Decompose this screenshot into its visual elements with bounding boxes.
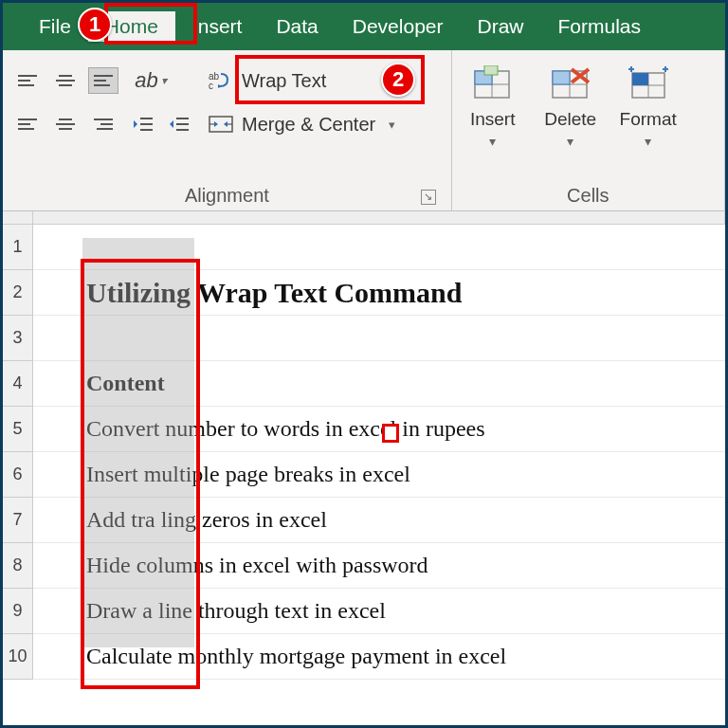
callout-2: 2	[381, 63, 415, 97]
merge-center-label: Merge & Center	[242, 114, 375, 136]
cell-text: Insert multiple page breaks in excel	[37, 462, 410, 487]
align-left-button[interactable]	[12, 111, 43, 137]
row-header[interactable]: 7	[3, 498, 33, 543]
format-label: Format	[620, 109, 677, 130]
insert-label: Insert	[470, 109, 516, 130]
cell-text: Calculate monthly mortgage payment in ex…	[37, 644, 506, 669]
row-header[interactable]: 1	[3, 225, 33, 270]
chevron-down-icon: ▾	[645, 134, 651, 149]
svg-text:c: c	[209, 81, 213, 91]
align-top-button[interactable]	[12, 67, 43, 94]
ribbon: ab▾ abc Wrap Text	[3, 50, 725, 211]
align-center-button[interactable]	[50, 111, 81, 137]
group-cells: Insert ▾ Delete ▾ Format ▾ Cells	[452, 50, 725, 210]
format-cells-button[interactable]: Format ▾	[617, 64, 680, 149]
delete-label: Delete	[544, 109, 596, 130]
callout-1: 1	[78, 8, 112, 42]
group-label-alignment: Alignment ↘	[12, 181, 442, 207]
wrap-text-label: Wrap Text	[242, 70, 326, 92]
wrap-text-button[interactable]: abc Wrap Text	[204, 65, 405, 96]
row-header[interactable]: 4	[3, 361, 33, 407]
format-cells-icon	[625, 64, 672, 105]
increase-indent-button[interactable]	[164, 111, 194, 137]
orientation-button[interactable]: ab▾	[128, 67, 173, 94]
insert-cells-button[interactable]: Insert ▾	[462, 64, 524, 149]
align-middle-button[interactable]	[50, 67, 81, 94]
delete-cells-button[interactable]: Delete ▾	[539, 64, 602, 149]
cell-text: Draw a line through text in excel	[37, 598, 386, 624]
decrease-indent-button[interactable]	[128, 111, 158, 137]
spreadsheet-grid[interactable]: 1 2Utilizing Wrap Text Command 3 4Conten…	[3, 211, 725, 680]
row-header[interactable]: 5	[3, 407, 33, 452]
tab-developer[interactable]: Developer	[336, 11, 461, 42]
merge-center-button[interactable]: Merge & Center ▾	[204, 109, 405, 139]
tab-draw[interactable]: Draw	[461, 11, 541, 42]
cell-text: Content	[37, 371, 165, 396]
svg-rect-23	[632, 73, 648, 85]
annotation-cursor	[382, 424, 399, 443]
chevron-down-icon: ▾	[567, 134, 573, 149]
insert-cells-icon	[469, 64, 517, 105]
chevron-down-icon: ▾	[489, 134, 496, 149]
tab-data[interactable]: Data	[259, 11, 335, 42]
row-header[interactable]: 8	[3, 543, 33, 589]
wrap-text-icon: abc	[208, 69, 234, 92]
column-headers	[3, 211, 725, 225]
row-header[interactable]: 6	[3, 452, 33, 498]
chevron-down-icon: ▾	[389, 118, 395, 132]
row-header[interactable]: 3	[3, 316, 33, 361]
svg-rect-19	[553, 71, 570, 84]
align-right-button[interactable]	[88, 111, 118, 137]
cell-text: Add tra ling zeros in excel	[37, 507, 327, 533]
cell-text: Hide columns in excel with password	[37, 553, 428, 578]
cell-text: Convert number to words in excel in rupe…	[37, 416, 485, 442]
row-header[interactable]: 2	[3, 270, 33, 316]
row-header[interactable]: 9	[3, 589, 33, 634]
group-label-cells: Cells	[462, 181, 715, 207]
alignment-launcher-icon[interactable]: ↘	[421, 190, 436, 205]
merge-center-icon	[208, 113, 234, 136]
row-header[interactable]: 10	[3, 634, 33, 680]
svg-rect-15	[484, 65, 498, 75]
tab-insert[interactable]: Insert	[175, 11, 260, 42]
align-bottom-button[interactable]	[88, 67, 118, 94]
cell-title: Utilizing Wrap Text Command	[37, 277, 462, 309]
tab-formulas[interactable]: Formulas	[541, 11, 659, 42]
delete-cells-icon	[547, 64, 594, 105]
